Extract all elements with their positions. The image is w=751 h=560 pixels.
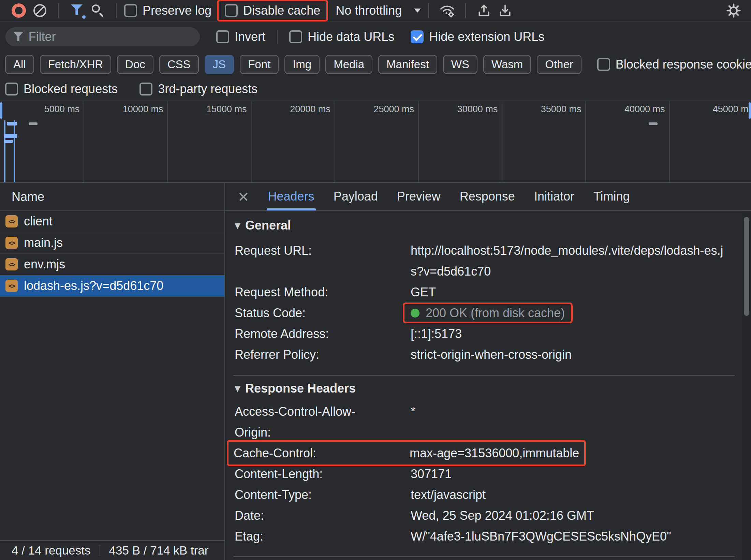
hide-extension-urls-checkbox[interactable]: Hide extension URLs bbox=[411, 30, 544, 44]
transferred-size: 435 B / 714 kB trar bbox=[109, 544, 209, 557]
import-har-button[interactable] bbox=[497, 1, 513, 20]
header-name: Referrer Policy: bbox=[235, 344, 411, 365]
header-row: Content-Length:307171 bbox=[233, 463, 735, 484]
toolbar-divider bbox=[277, 30, 278, 44]
search-button[interactable] bbox=[90, 1, 106, 20]
blocked-requests-checkbox[interactable]: Blocked requests bbox=[5, 82, 118, 96]
clear-button[interactable] bbox=[32, 1, 48, 20]
third-party-requests-checkbox[interactable]: 3rd-party requests bbox=[139, 82, 257, 96]
tab-headers[interactable]: Headers bbox=[259, 183, 324, 210]
filter-input[interactable] bbox=[29, 30, 192, 44]
waterfall-bar bbox=[7, 122, 17, 126]
tab-initiator[interactable]: Initiator bbox=[525, 183, 584, 210]
filter-chip-css[interactable]: CSS bbox=[159, 55, 199, 74]
checkbox-icon bbox=[597, 58, 610, 71]
overview-right-grip[interactable] bbox=[749, 102, 751, 119]
details-panel: × HeadersPayloadPreviewResponseInitiator… bbox=[225, 183, 751, 560]
filter-toggle-button[interactable] bbox=[69, 1, 85, 20]
header-name: Content-Type: bbox=[235, 484, 411, 505]
filter-chip-font[interactable]: Font bbox=[240, 55, 279, 74]
filter-chip-all[interactable]: All bbox=[5, 55, 34, 74]
checkbox-icon bbox=[216, 30, 229, 43]
settings-button[interactable] bbox=[726, 1, 741, 20]
throttling-select[interactable]: No throttling bbox=[336, 3, 421, 18]
annotation-box-cache-control: Cache-Control:max-age=31536000,immutable bbox=[227, 440, 586, 466]
header-value: 200 OK (from disk cache) bbox=[411, 303, 735, 323]
blocked-response-cookies-checkbox[interactable]: Blocked response cookies bbox=[597, 57, 751, 72]
disable-cache-checkbox[interactable]: Disable cache bbox=[225, 3, 320, 18]
js-file-icon: <> bbox=[5, 258, 18, 270]
status-dot-icon bbox=[411, 309, 419, 318]
wifi-gear-icon bbox=[439, 3, 455, 18]
header-value: * bbox=[411, 401, 735, 443]
filter-chip-manifest[interactable]: Manifest bbox=[378, 55, 437, 74]
header-value: text/javascript bbox=[411, 484, 735, 505]
header-name: Access-Control-Allow-Origin: bbox=[235, 401, 411, 443]
filter-input-wrap bbox=[5, 27, 200, 46]
filter-chip-js[interactable]: JS bbox=[205, 55, 234, 74]
general-section-header[interactable]: ▼ General bbox=[233, 211, 735, 240]
request-row[interactable]: <>env.mjs bbox=[0, 254, 224, 275]
preserve-log-checkbox[interactable]: Preserve log bbox=[124, 3, 211, 18]
filter-chip-img[interactable]: Img bbox=[284, 55, 320, 74]
filter-chip-wasm[interactable]: Wasm bbox=[483, 55, 531, 74]
network-conditions-button[interactable] bbox=[439, 1, 455, 20]
network-main-area: Name <>client<>main.js<>env.mjs<>lodash-… bbox=[0, 183, 751, 560]
waterfall-bar bbox=[29, 122, 38, 125]
annotation-box-status-code: 200 OK (from disk cache) bbox=[403, 303, 573, 323]
request-name: main.js bbox=[24, 236, 63, 250]
header-row: Referrer Policy:strict-origin-when-cross… bbox=[233, 344, 735, 365]
details-tabbar: × HeadersPayloadPreviewResponseInitiator… bbox=[225, 183, 751, 211]
filter-chip-other[interactable]: Other bbox=[537, 55, 581, 74]
request-row[interactable]: <>client bbox=[0, 211, 224, 232]
header-value: GET bbox=[411, 282, 735, 303]
invert-label: Invert bbox=[235, 30, 265, 44]
devtools-network-panel: Preserve log Disable cache No throttling bbox=[0, 0, 751, 560]
upload-icon bbox=[476, 3, 491, 18]
checkbox-icon bbox=[411, 30, 424, 43]
name-column-header[interactable]: Name bbox=[0, 183, 224, 211]
response-headers-section-header[interactable]: ▼ Response Headers bbox=[233, 376, 735, 401]
hide-data-urls-checkbox[interactable]: Hide data URLs bbox=[289, 30, 394, 44]
header-row: Content-Type:text/javascript bbox=[233, 484, 735, 505]
close-details-button[interactable]: × bbox=[238, 187, 249, 206]
request-list: <>client<>main.js<>env.mjs<>lodash-es.js… bbox=[0, 211, 224, 297]
tab-timing[interactable]: Timing bbox=[584, 183, 639, 210]
export-har-button[interactable] bbox=[476, 1, 492, 20]
gear-icon bbox=[726, 3, 741, 18]
header-row: Remote Address:[::1]:5173 bbox=[233, 323, 735, 344]
tab-preview[interactable]: Preview bbox=[387, 183, 450, 210]
blocked-requests-label: Blocked requests bbox=[24, 82, 118, 96]
timeline-tick-label: 15000 ms bbox=[164, 104, 247, 115]
header-name: Cache-Control: bbox=[234, 443, 410, 463]
filter-chip-ws[interactable]: WS bbox=[443, 55, 477, 74]
request-row[interactable]: <>lodash-es.js?v=d5d61c70 bbox=[0, 275, 224, 297]
record-button[interactable] bbox=[11, 1, 27, 20]
checkbox-icon bbox=[124, 4, 137, 17]
network-filter-bar: Invert Hide data URLs Hide extension URL… bbox=[0, 21, 751, 52]
filter-chip-fetch-xhr[interactable]: Fetch/XHR bbox=[40, 55, 111, 74]
filter-chip-media[interactable]: Media bbox=[325, 55, 372, 74]
tab-response[interactable]: Response bbox=[450, 183, 525, 210]
tab-payload[interactable]: Payload bbox=[324, 183, 387, 210]
header-name: Request Method: bbox=[235, 282, 411, 303]
timeline-tick-label: 30000 ms bbox=[414, 104, 498, 115]
header-value: W/"4afe3-1luSBn7F3QWgCESESc5ksNhQyE0" bbox=[411, 526, 735, 547]
hide-data-urls-label: Hide data URLs bbox=[308, 30, 394, 44]
header-value: [::1]:5173 bbox=[411, 323, 735, 344]
response-headers-section-title: Response Headers bbox=[245, 381, 356, 396]
hide-extension-urls-label: Hide extension URLs bbox=[429, 30, 544, 44]
network-overview[interactable]: 5000 ms10000 ms15000 ms20000 ms25000 ms3… bbox=[0, 101, 751, 183]
waterfall-bar bbox=[649, 122, 658, 125]
preserve-log-label: Preserve log bbox=[143, 3, 211, 18]
request-row[interactable]: <>main.js bbox=[0, 232, 224, 254]
header-name: Status Code: bbox=[235, 303, 411, 323]
checkbox-icon bbox=[5, 83, 18, 95]
filter-chip-doc[interactable]: Doc bbox=[117, 55, 153, 74]
header-row: Access-Control-Allow-Origin:* bbox=[233, 401, 735, 443]
invert-checkbox[interactable]: Invert bbox=[216, 30, 265, 44]
scrollbar-thumb[interactable] bbox=[744, 217, 749, 316]
timeline-tick-label: 40000 ms bbox=[582, 104, 665, 115]
timeline-tick-label: 45000 m bbox=[665, 104, 749, 115]
annotation-box-disable-cache: Disable cache bbox=[217, 0, 328, 21]
